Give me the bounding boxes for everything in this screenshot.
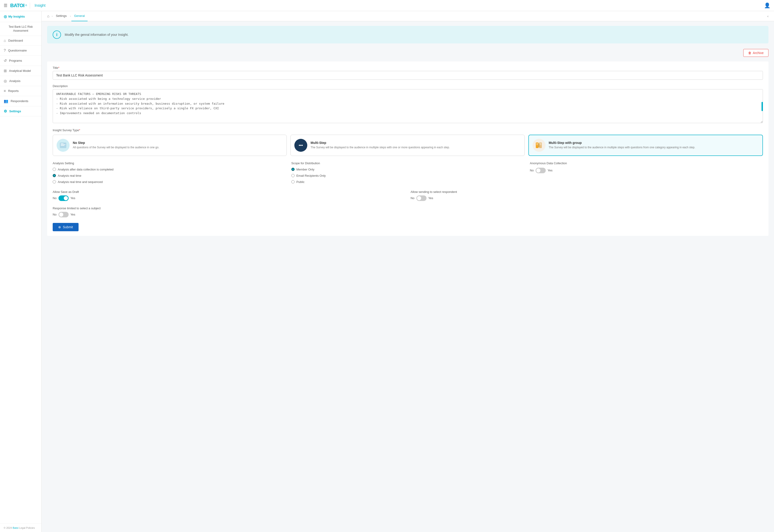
sidebar-my-insights[interactable]: ◎ My Insights xyxy=(0,11,41,22)
scope-member-only[interactable]: Member Only xyxy=(291,168,524,171)
no-step-desc: All questions of the Survey will be disp… xyxy=(73,146,159,149)
scope-email-only-radio[interactable] xyxy=(291,174,295,177)
scope-label: Scope for Distribution xyxy=(291,161,524,165)
main-panel: ⌂ › Settings › General ‹ i Modify the ge… xyxy=(42,11,774,532)
survey-card-multi-group[interactable]: Multi-Step with group The Survey will be… xyxy=(528,135,763,156)
title-section: Title* Description Insight Survey Type* xyxy=(47,61,768,236)
title-input[interactable] xyxy=(53,71,763,80)
title-field: Title* xyxy=(53,66,763,80)
select-respondent-toggle[interactable] xyxy=(416,195,427,201)
app-name: Insight xyxy=(35,3,46,8)
multi-group-title: Multi-Step with group xyxy=(549,141,695,145)
content-area: i Modify the genral information of your … xyxy=(42,21,774,532)
dashboard-label: Dashboard xyxy=(8,39,23,42)
survey-type-label: Insight Survey Type* xyxy=(53,128,763,132)
reports-label: Reports xyxy=(8,89,19,93)
sidebar-item-programs[interactable]: ↺ Programs xyxy=(0,56,41,66)
breadcrumb-sep-1: › xyxy=(52,15,53,18)
svg-rect-12 xyxy=(538,143,539,147)
copyright: © 2024 xyxy=(4,526,12,529)
svg-point-6 xyxy=(300,145,302,146)
scope-distribution-group: Scope for Distribution Member Only Email… xyxy=(291,161,524,185)
breadcrumb-collapse-icon[interactable]: ‹ xyxy=(765,12,770,20)
description-field: Description xyxy=(53,84,763,124)
sidebar-item-analytical-model[interactable]: ⊞ Analytical Model xyxy=(0,66,41,76)
breadcrumb-sep-2: › xyxy=(70,15,71,18)
submit-row: ⊕ Submit xyxy=(53,223,763,231)
anonymous-label: Anonymous Data Collection xyxy=(530,161,763,165)
scope-member-only-radio[interactable] xyxy=(291,168,295,171)
submit-button[interactable]: ⊕ Submit xyxy=(53,223,79,231)
info-text: Modify the genral information of your In… xyxy=(65,33,128,36)
analysis-real-time[interactable]: Analysis real time xyxy=(53,174,286,177)
survey-type-field: Insight Survey Type* xyxy=(53,128,763,156)
sidebar-item-respondents[interactable]: 👥 Respondents xyxy=(0,96,41,106)
menu-icon[interactable]: ☰ xyxy=(4,3,7,8)
scope-public[interactable]: Public xyxy=(291,180,524,184)
scope-email-only[interactable]: Email Recipients Only xyxy=(291,174,524,177)
anonymous-toggle[interactable] xyxy=(536,168,546,173)
svg-point-5 xyxy=(299,145,300,146)
analytical-model-icon: ⊞ xyxy=(4,69,7,73)
svg-rect-1 xyxy=(61,143,64,144)
save-draft-toggle[interactable] xyxy=(58,195,69,201)
breadcrumb: ⌂ › Settings › General ‹ xyxy=(42,11,774,21)
submit-label: Submit xyxy=(63,225,73,229)
save-draft-no: No xyxy=(53,196,57,200)
analysis-real-time-radio[interactable] xyxy=(53,174,56,177)
response-limit-yes: Yes xyxy=(70,213,75,216)
settings-label: Settings xyxy=(9,109,21,113)
svg-rect-16 xyxy=(539,145,541,145)
scope-public-radio[interactable] xyxy=(291,180,295,183)
logo-text: BATOI xyxy=(10,3,24,9)
multi-group-info: Multi-Step with group The Survey will be… xyxy=(549,141,695,149)
archive-label: Archive xyxy=(753,51,764,55)
multi-step-title: Multi-Step xyxy=(311,141,450,145)
settings-grid: Analysis Setting Analysis after data col… xyxy=(53,161,763,185)
anonymous-group: Anonymous Data Collection No Yes xyxy=(530,161,763,185)
questionnaire-label: Questionnaire xyxy=(8,49,27,52)
brand-link[interactable]: Batoi xyxy=(13,526,18,529)
analysis-after-collection[interactable]: Analysis after data collection is comple… xyxy=(53,168,286,171)
save-draft-item: Allow Save as Draft No Yes xyxy=(53,190,405,201)
sidebar-item-dashboard[interactable]: ⌂ Dashboard xyxy=(0,36,41,46)
archive-button[interactable]: 🗑 Archive xyxy=(743,49,768,57)
response-limit-label: Response limited to select a subject xyxy=(53,207,763,210)
survey-card-multi-step[interactable]: Multi-Step The Survey will be displayed … xyxy=(290,135,524,156)
analysis-setting-group: Analysis Setting Analysis after data col… xyxy=(53,161,286,185)
analysis-real-time-sequenced-radio[interactable] xyxy=(53,180,56,183)
app-body: ◎ My Insights Test Bank LLC Risk Assessm… xyxy=(0,11,774,532)
breadcrumb-general[interactable]: General xyxy=(71,11,88,21)
respondents-label: Respondents xyxy=(11,99,28,103)
save-draft-label: Allow Save as Draft xyxy=(53,190,405,194)
analysis-icon: ◎ xyxy=(4,79,7,83)
multi-step-info: Multi-Step The Survey will be displayed … xyxy=(311,141,450,149)
no-step-title: No Step xyxy=(73,141,159,145)
settings-icon: ⚙ xyxy=(4,109,7,113)
no-step-info: No Step All questions of the Survey will… xyxy=(73,141,159,149)
svg-rect-14 xyxy=(536,145,538,145)
multi-step-desc: The Survey will be displayed to the audi… xyxy=(311,146,450,149)
title-label: Title* xyxy=(53,66,763,70)
no-step-icon xyxy=(57,139,70,152)
multi-group-icon xyxy=(533,139,545,152)
breadcrumb-home-icon[interactable]: ⌂ xyxy=(45,14,51,18)
submit-icon: ⊕ xyxy=(58,225,61,229)
sidebar-item-questionnaire[interactable]: ? Questionnaire xyxy=(0,46,41,56)
breadcrumb-settings[interactable]: Settings xyxy=(53,11,70,21)
description-input[interactable] xyxy=(53,89,763,123)
sidebar-item-analysis[interactable]: ◎ Analysis xyxy=(0,76,41,86)
response-limit-toggle[interactable] xyxy=(58,212,69,217)
save-draft-toggle-slider xyxy=(58,195,69,201)
anonymous-toggle-slider xyxy=(536,168,546,173)
user-avatar-icon[interactable]: 👤 xyxy=(764,3,770,9)
analysis-real-time-sequenced[interactable]: Analysis real time and sequenced xyxy=(53,180,286,184)
my-insights-icon: ◎ xyxy=(4,14,7,19)
save-draft-yes: Yes xyxy=(70,196,75,200)
anonymous-toggle-row: No Yes xyxy=(530,168,763,173)
sidebar-item-settings[interactable]: ⚙ Settings xyxy=(0,106,41,116)
analysis-after-collection-radio[interactable] xyxy=(53,168,56,171)
survey-card-no-step[interactable]: No Step All questions of the Survey will… xyxy=(53,135,287,156)
sidebar-item-reports[interactable]: ≡ Reports xyxy=(0,86,41,96)
svg-rect-13 xyxy=(536,143,538,144)
